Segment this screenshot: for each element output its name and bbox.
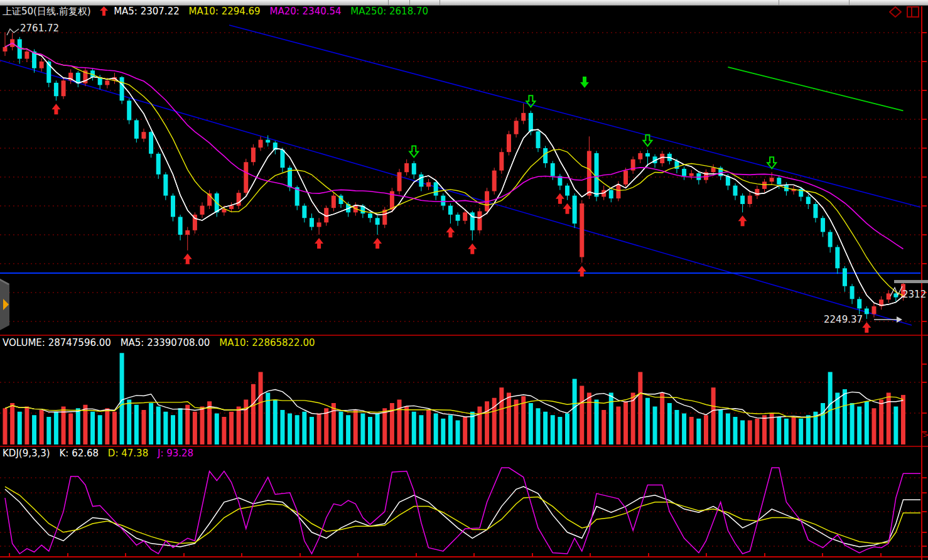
price-labels: 2761.722249.372312 (7, 23, 928, 325)
kdj-lines (5, 468, 920, 554)
panel-expand-handle[interactable] (0, 279, 11, 330)
symbol-title: 上证50(日线.前复权) (3, 6, 91, 17)
up-arrow-icon (100, 6, 111, 17)
diamond-icon[interactable] (889, 6, 902, 18)
chart-frame: > (0, 6, 928, 560)
chart-canvas[interactable]: >2761.722249.372312 (0, 0, 928, 560)
ma250-label: MA250: 2618.70 (350, 6, 428, 17)
candles (3, 33, 905, 319)
volume-label: VOLUME: 28747596.00 (3, 337, 111, 348)
volume-bars (3, 353, 905, 444)
main-pane-header: 上证50(日线.前复权) MA5: 2307.22 MA10: 2294.69 … (3, 6, 434, 18)
trendlines (0, 25, 920, 325)
kdj-k-label: K: 62.68 (59, 448, 99, 459)
volume-pane-header: VOLUME: 28747596.00 MA5: 23390708.00 MA1… (3, 337, 321, 348)
volume-ma5-label: MA5: 23390708.00 (121, 337, 210, 348)
svg-text:2312: 2312 (902, 289, 926, 300)
ma10-label: MA10: 2294.69 (189, 6, 261, 17)
ma5-label: MA5: 2307.22 (114, 6, 180, 17)
volume-ma10-label: MA10: 22865822.00 (219, 337, 315, 348)
kdj-pane-header: KDJ(9,3,3) K: 62.68 D: 47.38 J: 93.28 (3, 448, 200, 459)
kdj-j-label: J: 93.28 (158, 448, 193, 459)
svg-text:2761.72: 2761.72 (20, 23, 59, 34)
ma20-label: MA20: 2340.54 (269, 6, 341, 17)
svg-text:>: > (922, 430, 928, 439)
gridlines (0, 33, 920, 546)
kdj-title: KDJ(9,3,3) (3, 448, 50, 459)
split-window-icon[interactable] (907, 6, 919, 18)
svg-text:2249.37: 2249.37 (824, 314, 863, 325)
corner-icons (889, 6, 919, 18)
toolbar-strip (0, 0, 928, 6)
moving-averages (5, 43, 904, 306)
kdj-d-label: D: 47.38 (108, 448, 148, 459)
trading-app-window: >2761.722249.372312 上证50(日线.前复权) MA5: 23… (0, 0, 928, 560)
